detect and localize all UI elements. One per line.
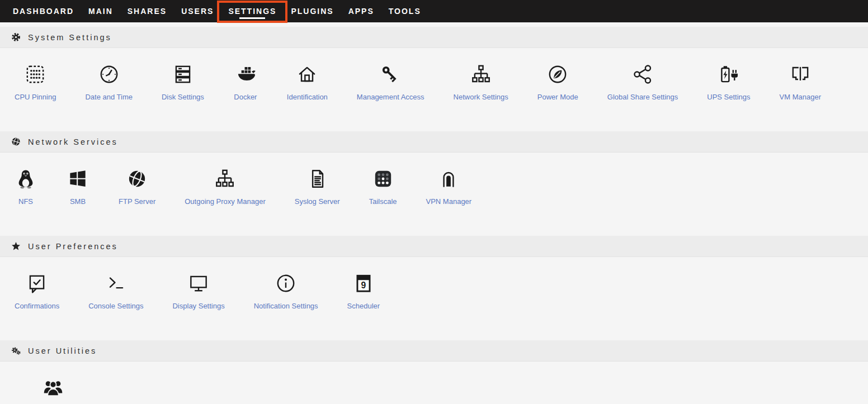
tile-notification-settings[interactable]: Notification Settings	[239, 270, 333, 310]
user-preferences-content: Confirmations Console Settings Display S…	[0, 257, 868, 336]
tile-community-applications[interactable]: Community Applications	[0, 375, 107, 404]
message-check-icon	[25, 270, 49, 296]
tile-vpn-manager[interactable]: VPN Manager	[412, 166, 487, 206]
hood-arch-icon	[437, 166, 460, 192]
section-title: System Settings	[28, 33, 112, 42]
tux-penguin-icon	[15, 166, 37, 192]
info-circle-icon	[274, 270, 298, 296]
section-header-system-settings: System Settings	[0, 27, 868, 48]
active-tab-underline	[239, 17, 265, 19]
house-icon	[295, 61, 319, 87]
nav-item-main[interactable]: MAIN	[81, 0, 120, 22]
tile-label: CPU Pinning	[15, 93, 56, 101]
section-header-user-utilities: User Utilities	[0, 340, 868, 362]
tile-display-settings[interactable]: Display Settings	[158, 270, 239, 310]
globe-solid-icon	[125, 166, 149, 192]
tile-label: Console Settings	[88, 302, 143, 310]
tile-confirmations[interactable]: Confirmations	[0, 270, 74, 310]
nav-item-plugins[interactable]: PLUGINS	[284, 0, 341, 22]
clock-icon	[97, 61, 121, 87]
tile-date-and-time[interactable]: Date and Time	[70, 61, 147, 101]
tile-label: Disk Settings	[162, 93, 204, 101]
tile-disk-settings[interactable]: Disk Settings	[147, 61, 219, 101]
leaf-circle-icon	[546, 61, 569, 87]
monitor-icon	[187, 270, 210, 296]
microchip-icon	[23, 61, 47, 87]
nav-item-settings-label: SETTINGS	[228, 7, 276, 16]
terminal-prompt-icon	[104, 270, 128, 296]
tile-network-settings[interactable]: Network Settings	[439, 61, 523, 101]
tile-nfs[interactable]: NFS	[0, 166, 51, 206]
section-title: User Preferences	[28, 242, 118, 251]
docker-whale-icon	[233, 61, 258, 87]
system-settings-content: CPU Pinning Date and Time Disk Settings	[0, 48, 868, 127]
tile-label: Power Mode	[537, 93, 578, 101]
nav-item-dashboard[interactable]: DASHBOARD	[6, 0, 81, 22]
tile-label: Docker	[234, 93, 257, 101]
windows-logo-icon	[66, 166, 89, 192]
tile-label: Global Share Settings	[607, 93, 678, 101]
tile-label: Network Settings	[454, 93, 508, 101]
nav-item-apps[interactable]: APPS	[341, 0, 381, 22]
tile-smb[interactable]: SMB	[51, 166, 104, 206]
network-services-content: NFS SMB FTP Server	[0, 153, 868, 231]
tile-cpu-pinning[interactable]: CPU Pinning	[0, 61, 70, 101]
share-nodes-icon	[631, 61, 654, 87]
users-group-icon	[41, 375, 65, 401]
tile-outgoing-proxy-manager[interactable]: Outgoing Proxy Manager	[170, 166, 280, 206]
tile-label: VPN Manager	[426, 197, 472, 206]
tile-label: Notification Settings	[254, 302, 318, 310]
tile-label: FTP Server	[119, 197, 155, 206]
tile-console-settings[interactable]: Console Settings	[74, 270, 158, 310]
tile-ftp-server[interactable]: FTP Server	[104, 166, 170, 206]
battery-plug-icon	[716, 61, 741, 87]
section-header-network-services: Network Services	[0, 131, 868, 153]
tile-label: Syslog Server	[295, 197, 340, 206]
tile-label: Tailscale	[369, 197, 397, 206]
tile-label: Display Settings	[172, 302, 224, 310]
vm-columns-icon	[789, 61, 812, 87]
gears-icon	[11, 346, 21, 355]
section-title: User Utilities	[28, 346, 97, 355]
tailscale-icon	[371, 166, 395, 192]
key-icon	[379, 61, 402, 87]
tile-ups-settings[interactable]: UPS Settings	[692, 61, 765, 101]
tile-label: Date and Time	[85, 93, 133, 101]
tile-management-access[interactable]: Management Access	[342, 61, 439, 101]
section-header-user-preferences: User Preferences	[0, 236, 868, 257]
nav-item-tools[interactable]: TOOLS	[381, 0, 428, 22]
sitemap-icon	[213, 166, 237, 192]
tile-label: SMB	[70, 197, 86, 206]
tile-scheduler[interactable]: 9 Scheduler	[333, 270, 395, 310]
tile-label: UPS Settings	[707, 93, 750, 101]
tile-label: Scheduler	[347, 302, 380, 310]
globe-icon	[11, 137, 21, 146]
tile-identification[interactable]: Identification	[272, 61, 342, 101]
tile-label: VM Manager	[780, 93, 821, 101]
tile-power-mode[interactable]: Power Mode	[523, 61, 593, 101]
gear-icon	[11, 32, 21, 42]
tile-label: Identification	[287, 93, 328, 101]
tile-label: Management Access	[357, 93, 424, 101]
nav-item-users[interactable]: USERS	[174, 0, 221, 22]
tile-global-share-settings[interactable]: Global Share Settings	[593, 61, 692, 101]
tile-vm-manager[interactable]: VM Manager	[765, 61, 836, 101]
nav-item-shares[interactable]: SHARES	[120, 0, 174, 22]
nav-item-settings[interactable]: SETTINGS	[221, 0, 284, 22]
user-utilities-content: Community Applications	[0, 362, 868, 404]
tile-label: Confirmations	[15, 302, 59, 310]
tile-label: NFS	[18, 197, 33, 206]
sitemap-icon	[469, 61, 493, 87]
tile-syslog-server[interactable]: Syslog Server	[280, 166, 355, 206]
tile-label: Outgoing Proxy Manager	[185, 197, 266, 206]
tile-tailscale[interactable]: Tailscale	[355, 166, 412, 206]
top-navbar: DASHBOARD MAIN SHARES USERS SETTINGS PLU…	[0, 0, 868, 22]
star-icon	[11, 241, 21, 251]
section-title: Network Services	[28, 137, 118, 146]
svg-text:9: 9	[361, 281, 366, 290]
file-lines-icon	[305, 166, 329, 192]
calendar-9-icon: 9	[352, 270, 375, 296]
server-stack-icon	[171, 61, 195, 87]
tile-docker[interactable]: Docker	[219, 61, 272, 101]
